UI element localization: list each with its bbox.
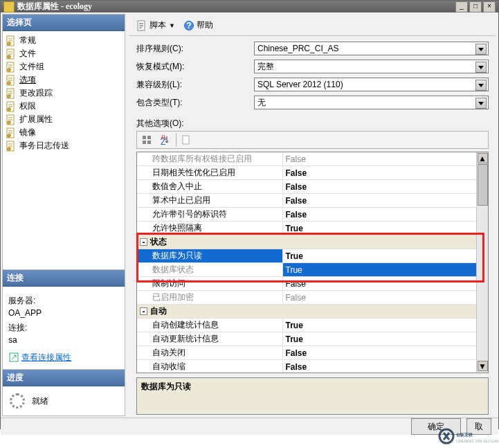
page-icon: [6, 127, 17, 138]
sidebar-item-5[interactable]: 权限: [4, 100, 123, 113]
close-button[interactable]: ×: [483, 1, 496, 12]
grid-property-name: 数据库状态: [137, 263, 282, 277]
svg-text:Z: Z: [161, 137, 165, 145]
categorize-button[interactable]: [138, 133, 155, 147]
titlebar[interactable]: 数据库属性 - ecology _ □ ×: [1, 1, 498, 12]
collapse-icon[interactable]: -: [140, 238, 147, 246]
grid-row[interactable]: 自动收缩False: [137, 360, 488, 374]
grid-row[interactable]: 限制访问False: [137, 277, 488, 291]
grid-row[interactable]: 数据库为只读True: [137, 249, 488, 263]
scroll-down-button[interactable]: ▼: [478, 361, 488, 371]
grid-row[interactable]: 自动更新统计信息True: [137, 332, 488, 346]
grid-category-label: 状态: [150, 237, 167, 247]
sidebar-item-4[interactable]: 更改跟踪: [4, 87, 123, 100]
maximize-button[interactable]: □: [469, 1, 482, 12]
sidebar-item-label: 权限: [19, 100, 36, 112]
property-grid: 跨数据库所有权链接已启用False日期相关性优化已启用False数值舍入中止Fa…: [136, 152, 489, 373]
grid-row[interactable]: 跨数据库所有权链接已启用False: [137, 152, 488, 166]
grid-category-row[interactable]: -自动: [137, 305, 488, 319]
sidebar-item-7[interactable]: 镜像: [4, 126, 123, 139]
grid-property-value[interactable]: True▼: [282, 263, 488, 277]
recovery-select[interactable]: 完整: [254, 60, 489, 73]
sidebar-item-3[interactable]: 选项: [4, 73, 123, 87]
categorize-icon: [142, 135, 152, 145]
grid-property-name: 数值舍入中止: [137, 180, 282, 194]
compat-select[interactable]: SQL Server 2012 (110): [254, 78, 489, 91]
grid-row[interactable]: 算术中止已启用False: [137, 194, 488, 208]
grid-category-row[interactable]: -状态: [137, 235, 488, 249]
connection-value: sa: [8, 335, 119, 345]
grid-property-name: 自动收缩: [137, 360, 282, 374]
sidebar-item-1[interactable]: 文件: [4, 47, 123, 60]
containment-label: 包含类型(T):: [136, 97, 254, 109]
grid-property-name: 自动更新统计信息: [137, 332, 282, 346]
dialog-body: 选择页 常规文件文件组选项更改跟踪权限扩展属性镜像事务日志传送 连接 服务器: …: [1, 12, 498, 418]
grid-extra-button[interactable]: [178, 133, 194, 147]
cancel-button[interactable]: 取: [466, 418, 491, 435]
grid-property-name: 跨数据库所有权链接已启用: [137, 152, 282, 166]
sidebar-item-2[interactable]: 文件组: [4, 60, 123, 73]
svg-rect-24: [143, 141, 146, 144]
description-panel: 数据库为只读: [136, 377, 489, 415]
grid-scrollbar[interactable]: ▲ ▼: [476, 152, 488, 373]
form-area: 排序规则(C): Chinese_PRC_CI_AS 恢复模式(M): 完整 兼…: [129, 36, 496, 114]
grid-row[interactable]: 已启用加密False: [137, 291, 488, 305]
sidebar-item-6[interactable]: 扩展属性: [4, 113, 123, 126]
dialog-footer: 确定 取: [1, 418, 498, 435]
svg-rect-22: [143, 136, 146, 139]
grid-row[interactable]: 自动关闭False: [137, 346, 488, 360]
collapse-icon[interactable]: -: [140, 307, 147, 315]
help-button[interactable]: ? 帮助: [179, 18, 217, 33]
grid-property-value[interactable]: False: [282, 180, 488, 194]
ok-button[interactable]: 确定: [411, 418, 461, 435]
help-icon: ?: [183, 20, 194, 31]
grid-property-name: 已启用加密: [137, 291, 282, 305]
grid-property-value[interactable]: False: [282, 152, 488, 166]
minimize-button[interactable]: _: [455, 1, 468, 12]
select-page-header: 选择页: [3, 15, 125, 31]
grid-property-value[interactable]: False: [282, 194, 488, 208]
sidebar-item-label: 常规: [19, 35, 36, 46]
grid-toolbar: AZ: [136, 131, 489, 149]
scroll-thumb[interactable]: [478, 164, 488, 206]
script-button[interactable]: 脚本 ▼: [132, 18, 179, 33]
grid-property-value[interactable]: True: [282, 222, 488, 235]
svg-point-11: [8, 107, 10, 110]
grid-row[interactable]: 数据库状态True▼: [137, 263, 488, 277]
grid-category-label: 自动: [150, 306, 167, 316]
recovery-label: 恢复模式(M):: [136, 61, 254, 73]
sort-button[interactable]: AZ: [156, 133, 173, 147]
grid-property-value[interactable]: False: [282, 346, 488, 360]
collation-select[interactable]: Chinese_PRC_CI_AS: [254, 42, 489, 55]
grid-property-value[interactable]: False: [282, 291, 488, 305]
sidebar-item-8[interactable]: 事务日志传送: [4, 139, 123, 152]
scroll-up-button[interactable]: ▲: [478, 153, 488, 163]
view-connection-properties-link[interactable]: 查看连接属性: [8, 352, 71, 364]
grid-property-value[interactable]: False: [282, 360, 488, 374]
svg-point-9: [8, 94, 10, 97]
grid-property-value[interactable]: False: [282, 208, 488, 222]
grid-row[interactable]: 日期相关性优化已启用False: [137, 166, 488, 180]
grid-row[interactable]: 自动创建统计信息True: [137, 319, 488, 332]
grid-row[interactable]: 允许快照隔离True: [137, 222, 488, 235]
server-value: OA_APP: [8, 308, 119, 318]
page-icon: [6, 88, 17, 99]
page-icon: [6, 101, 17, 112]
grid-property-value[interactable]: False: [282, 166, 488, 180]
grid-property-value[interactable]: True: [282, 319, 488, 332]
grid-property-value[interactable]: False: [282, 277, 488, 291]
grid-property-name: 数据库为只读: [137, 249, 282, 263]
sidebar-item-label: 镜像: [19, 127, 36, 138]
page-list: 常规文件文件组选项更改跟踪权限扩展属性镜像事务日志传送: [3, 31, 125, 155]
grid-row[interactable]: 数值舍入中止False: [137, 180, 488, 194]
main-toolbar: 脚本 ▼ ? 帮助: [129, 15, 496, 36]
grid-property-value[interactable]: True: [282, 249, 488, 263]
grid-row[interactable]: 允许带引号的标识符False: [137, 208, 488, 222]
containment-select[interactable]: 无: [254, 96, 489, 109]
grid-property-name: 自动创建统计信息: [137, 319, 282, 332]
page-icon: [181, 135, 191, 145]
grid-property-value[interactable]: True: [282, 332, 488, 346]
sidebar-item-0[interactable]: 常规: [4, 34, 123, 47]
connection-label: 连接:: [8, 322, 119, 334]
svg-point-15: [8, 134, 10, 136]
